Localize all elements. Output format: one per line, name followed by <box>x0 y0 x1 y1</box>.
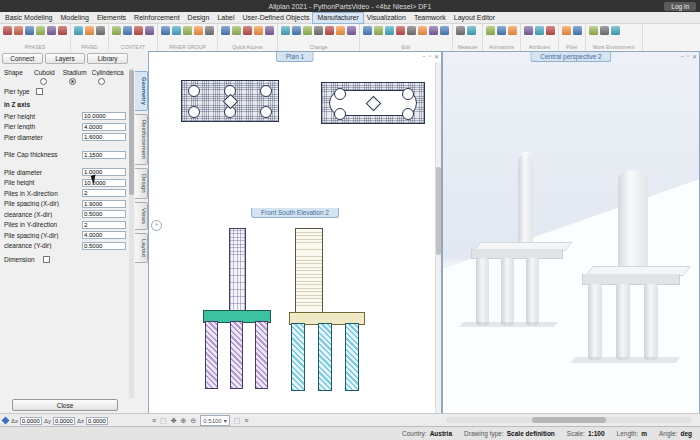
dy-input[interactable] <box>53 417 75 425</box>
pan-icon[interactable]: ✥ <box>171 416 177 426</box>
pile-spacing-x-input[interactable] <box>82 200 126 208</box>
toolbar-icon[interactable] <box>145 26 154 35</box>
menu-elements[interactable]: Elements <box>93 13 130 23</box>
menu-basic-modeling[interactable]: Basic Modeling <box>1 13 56 23</box>
menu-visualization[interactable]: Visualization <box>363 13 410 23</box>
piles-x-input[interactable] <box>82 189 126 197</box>
toolbar-icon[interactable] <box>221 26 230 35</box>
toolbar-icon[interactable] <box>232 26 241 35</box>
list-icon[interactable]: ≡ <box>152 416 156 426</box>
dz-input[interactable] <box>86 417 108 425</box>
dx-input[interactable] <box>20 417 42 425</box>
toolbar-icon[interactable] <box>418 26 427 35</box>
menu-user-defined-objects[interactable]: User-Defined Objects <box>239 13 314 23</box>
toolbar-icon[interactable] <box>36 26 45 35</box>
fit-view-icon[interactable]: ⬚ <box>234 416 241 426</box>
close-icon[interactable]: ✕ <box>692 53 697 60</box>
toolbar-icon[interactable] <box>58 26 67 35</box>
pier-length-input[interactable] <box>82 123 126 131</box>
fit-view-icon[interactable]: ⬚ <box>160 416 167 426</box>
toolbar-icon[interactable] <box>347 26 356 35</box>
pile-spacing-y-input[interactable] <box>82 231 126 239</box>
menu-modeling[interactable]: Modeling <box>56 13 92 23</box>
tab-layers[interactable]: Layers <box>45 53 86 64</box>
menu-layout-editor[interactable]: Layout Editor <box>450 13 499 23</box>
horizontal-scrollbar[interactable] <box>446 417 692 423</box>
pier-diameter-input[interactable] <box>82 133 126 141</box>
toolbar-icon[interactable] <box>123 26 132 35</box>
menu-label[interactable]: Label <box>213 13 238 23</box>
pier-height-input[interactable] <box>82 112 126 120</box>
restore-icon[interactable]: ▫ <box>687 53 689 60</box>
toolbar-icon[interactable] <box>546 26 555 35</box>
toolbar-icon[interactable] <box>74 26 83 35</box>
pile-height-input[interactable] <box>82 179 126 187</box>
toolbar-icon[interactable] <box>281 26 290 35</box>
toolbar-icon[interactable] <box>600 26 609 35</box>
toolbar-icon[interactable] <box>292 26 301 35</box>
toolbar-icon[interactable] <box>325 26 334 35</box>
status-angle-unit[interactable]: Angle: deg <box>659 430 692 437</box>
side-tab-layout[interactable]: Layout <box>135 233 148 263</box>
toolbar-icon[interactable] <box>336 26 345 35</box>
toolbar-icon[interactable] <box>508 26 517 35</box>
clearance-y-input[interactable] <box>82 242 126 250</box>
toolbar-icon[interactable] <box>14 26 23 35</box>
toolbar-icon[interactable] <box>134 26 143 35</box>
status-length-unit[interactable]: Length: m <box>617 430 647 437</box>
toolbar-icon[interactable] <box>243 26 252 35</box>
toolbar-icon[interactable] <box>524 26 533 35</box>
radio-cuboid[interactable] <box>40 78 47 85</box>
restore-icon[interactable]: ▫ <box>429 53 431 60</box>
pile-cap-thickness-input[interactable] <box>82 151 126 159</box>
toolbar-icon[interactable] <box>47 26 56 35</box>
toolbar-icon[interactable] <box>96 26 105 35</box>
viewport-vertical-scrollbar[interactable] <box>435 62 441 413</box>
login-button[interactable]: Log in <box>664 2 696 11</box>
side-tab-reinforcement[interactable]: Reinforcement <box>135 114 148 165</box>
clearance-x-input[interactable] <box>82 210 126 218</box>
toolbar-icon[interactable] <box>112 26 121 35</box>
perspective-view-tab[interactable]: Central perspective 2 <box>530 52 611 62</box>
zoom-out-icon[interactable]: ⊖ <box>190 416 196 426</box>
palette-scrollbar[interactable] <box>129 68 134 398</box>
toolbar-icon[interactable] <box>85 26 94 35</box>
toolbar-icon[interactable] <box>374 26 383 35</box>
toolbar-icon[interactable] <box>429 26 438 35</box>
elevation-view-tab[interactable]: Front South Elevation 2 <box>251 208 339 218</box>
toolbar-icon[interactable] <box>456 26 465 35</box>
toolbar-icon[interactable] <box>363 26 372 35</box>
pile-diameter-input[interactable] <box>82 168 126 176</box>
toolbar-icon[interactable] <box>573 26 582 35</box>
piles-y-input[interactable] <box>82 221 126 229</box>
toolbar-icon[interactable] <box>535 26 544 35</box>
menu-manufacturer[interactable]: Manufacturer <box>313 13 362 23</box>
toolbar-icon[interactable] <box>25 26 34 35</box>
toolbar-icon[interactable] <box>440 26 449 35</box>
menu-reinforcement[interactable]: Reinforcement <box>130 13 184 23</box>
toolbar-icon[interactable] <box>611 26 620 35</box>
toolbar-icon[interactable] <box>3 26 12 35</box>
toolbar-icon[interactable] <box>314 26 323 35</box>
side-tab-geometry[interactable]: Geometry <box>135 71 148 111</box>
radio-stadium[interactable] <box>69 78 76 85</box>
toolbar-icon[interactable] <box>396 26 405 35</box>
toolbar-icon[interactable] <box>265 26 274 35</box>
toolbar-icon[interactable] <box>172 26 181 35</box>
tab-connect[interactable]: Connect <box>2 53 43 64</box>
toolbar-icon[interactable] <box>562 26 571 35</box>
compass-icon[interactable]: + <box>151 220 162 231</box>
side-tab-design[interactable]: Design <box>135 168 148 199</box>
toolbar-icon[interactable] <box>254 26 263 35</box>
viewport-perspective[interactable]: Central perspective 2 – ▫ ✕ <box>442 51 700 427</box>
radio-cylindrical[interactable] <box>98 78 105 85</box>
minimize-icon[interactable]: – <box>422 53 425 60</box>
toolbar-icon[interactable] <box>161 26 170 35</box>
list-icon[interactable]: ≡ <box>244 416 248 426</box>
plan-view-tab[interactable]: Plan 1 <box>276 52 314 62</box>
status-scale[interactable]: Scale: 1:100 <box>567 430 605 437</box>
menu-teamwork[interactable]: Teamwork <box>410 13 450 23</box>
toolbar-icon[interactable] <box>589 26 598 35</box>
toolbar-icon[interactable] <box>486 26 495 35</box>
pier-type-checkbox[interactable] <box>36 88 43 95</box>
